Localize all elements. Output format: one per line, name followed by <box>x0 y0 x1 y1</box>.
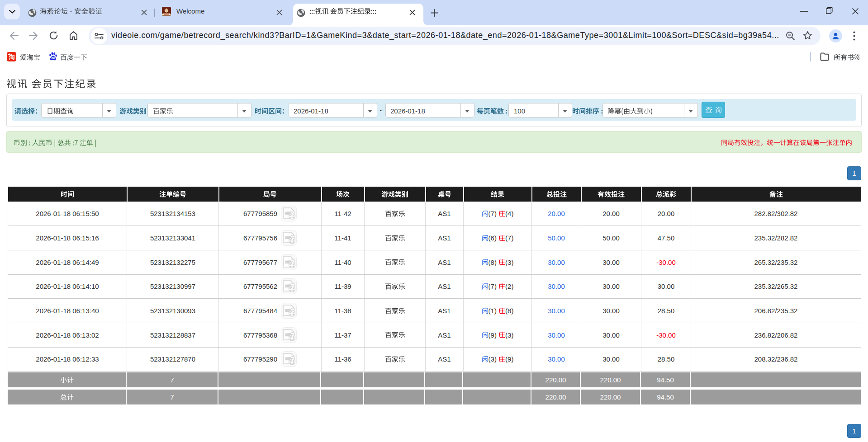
svg-text:du: du <box>52 56 55 60</box>
